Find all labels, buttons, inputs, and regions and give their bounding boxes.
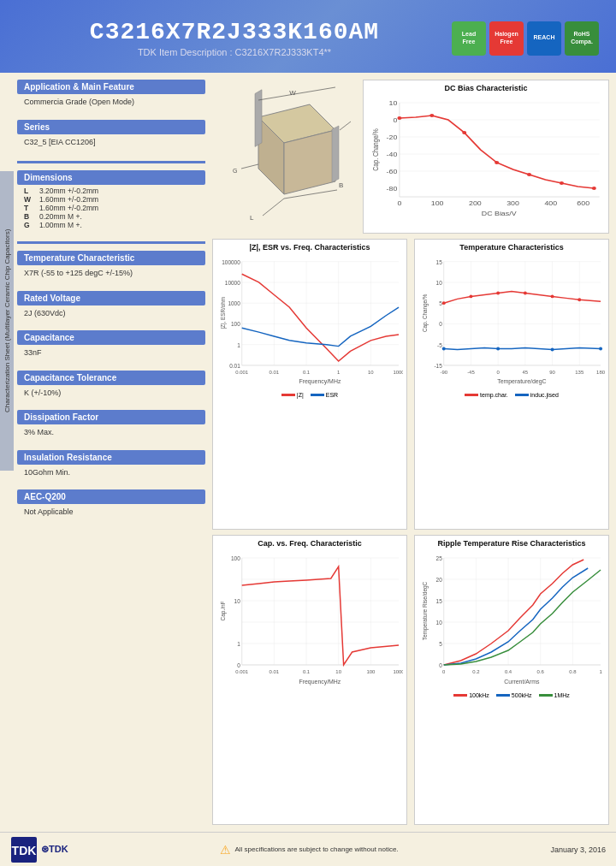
svg-text:-5: -5 bbox=[437, 342, 442, 348]
svg-point-34 bbox=[397, 116, 401, 120]
header-title-area: C3216X7R2J333K160AM TDK Item Description… bbox=[17, 19, 452, 57]
svg-text:0: 0 bbox=[442, 668, 446, 673]
legend-z-label: |Z| bbox=[297, 392, 304, 398]
dim-value-T: 1.60mm +/-0.2mm bbox=[39, 204, 98, 212]
ripple-temp-title: Ripple Temperature Rise Characteristics bbox=[418, 539, 605, 548]
svg-point-40 bbox=[592, 187, 596, 190]
svg-point-38 bbox=[527, 173, 531, 176]
main-content: Application & Main Feature Commercia Gra… bbox=[0, 73, 616, 832]
svg-line-9 bbox=[263, 199, 284, 216]
cap-freq-chart: Cap. vs. Freq. Characteristic bbox=[212, 535, 407, 826]
ripple-temp-svg: 25 20 15 10 5 0 0 0.2 0.4 0.6 0.8 1 bbox=[418, 549, 605, 691]
cap-freq-title: Cap. vs. Freq. Characteristic bbox=[216, 539, 403, 548]
svg-point-99 bbox=[551, 294, 554, 298]
dimensions-header: Dimensions bbox=[17, 170, 205, 185]
svg-text:90: 90 bbox=[549, 370, 555, 375]
rated-voltage-header: Rated Voltage bbox=[17, 291, 205, 305]
legend-induc-label: induc.jised bbox=[530, 392, 559, 398]
dim-label-B: B bbox=[24, 212, 34, 221]
svg-text:600: 600 bbox=[577, 200, 589, 207]
svg-text:0: 0 bbox=[237, 661, 240, 667]
row-2: |Z|, ESR vs. Freq. Characteristics bbox=[212, 239, 609, 530]
legend-100k-label: 100kHz bbox=[469, 692, 489, 698]
impedance-title: |Z|, ESR vs. Freq. Characteristics bbox=[216, 243, 403, 252]
svg-text:0.4: 0.4 bbox=[505, 668, 512, 673]
row-1: W T L B G DC Bias Characteristic bbox=[212, 80, 609, 234]
svg-text:0.01: 0.01 bbox=[229, 363, 240, 369]
dim-value-W: 1.60mm +/-0.2mm bbox=[39, 195, 98, 204]
svg-point-96 bbox=[469, 294, 472, 298]
dissipation-content: 3% Max. bbox=[17, 424, 205, 442]
temperature-legend: temp.char. induc.jised bbox=[418, 392, 605, 398]
dim-value-L: 3.20mm +/-0.2mm bbox=[39, 187, 98, 195]
svg-text:0: 0 bbox=[439, 661, 442, 667]
legend-temp-color bbox=[465, 394, 478, 396]
legend-temp: temp.char. bbox=[465, 392, 508, 398]
cap-tolerance-block: Capacitance Tolerance K (+/-10%) bbox=[17, 371, 205, 402]
ripple-legend: 100kHz 500kHz 1MHz bbox=[418, 692, 605, 698]
svg-text:45: 45 bbox=[523, 370, 529, 375]
dim-row-T: T 1.60mm +/-0.2mm bbox=[24, 204, 198, 212]
legend-temp-label: temp.char. bbox=[480, 392, 508, 398]
svg-point-36 bbox=[462, 131, 466, 134]
cap-tolerance-content: K (+/-10%) bbox=[17, 385, 205, 402]
capacitance-content: 33nF bbox=[17, 345, 205, 362]
svg-text:1: 1 bbox=[337, 370, 340, 375]
svg-text:5: 5 bbox=[439, 640, 442, 646]
svg-point-100 bbox=[578, 298, 581, 301]
side-label: Characterization Sheet (Multilayer Ceram… bbox=[0, 171, 14, 471]
series-block: Series C32_5 [EIA CC1206] bbox=[17, 120, 205, 151]
svg-point-101 bbox=[442, 347, 446, 351]
svg-text:-80: -80 bbox=[387, 186, 398, 193]
capacitance-header: Capacitance bbox=[17, 330, 205, 345]
svg-text:100: 100 bbox=[431, 200, 444, 207]
legend-z: |Z| bbox=[281, 392, 304, 398]
svg-text:0: 0 bbox=[397, 200, 402, 207]
legend-z-color bbox=[281, 394, 295, 396]
svg-text:1: 1 bbox=[237, 342, 240, 348]
dissipation-header: Dissipation Factor bbox=[17, 410, 205, 424]
rohs-badge: RoHSCompa. bbox=[565, 21, 599, 56]
compliance-badges: LeadFree HalogenFree REACH RoHSCompa. bbox=[452, 21, 599, 56]
temp-char-block: Temperature Characteristic X7R (-55 to +… bbox=[17, 251, 205, 282]
footer: TDK ⊛TDK ⚠ All specifications are subjec… bbox=[0, 832, 616, 866]
dim-label-T: T bbox=[24, 204, 34, 212]
tdk-text: ⊛TDK bbox=[41, 844, 68, 855]
application-header: Application & Main Feature bbox=[17, 80, 205, 94]
rated-voltage-block: Rated Voltage 2J (630Vdc) bbox=[17, 291, 205, 323]
svg-text:5: 5 bbox=[439, 300, 442, 306]
svg-text:Cap. Change/%: Cap. Change/% bbox=[371, 128, 380, 170]
tdk-logo: TDK ⊛TDK bbox=[10, 836, 68, 863]
legend-500k-color bbox=[496, 694, 510, 697]
impedance-legend: |Z| ESR bbox=[216, 392, 403, 398]
svg-text:300: 300 bbox=[506, 200, 519, 207]
svg-text:100: 100 bbox=[366, 668, 376, 673]
svg-text:100: 100 bbox=[231, 321, 240, 327]
insulation-block: Insulation Resistance 10Gohm Min. bbox=[17, 450, 205, 482]
svg-text:1: 1 bbox=[237, 640, 240, 646]
impedance-svg: 100000 10000 1000 100 1 0.01 0.001 0.01 … bbox=[216, 253, 403, 390]
svg-line-7 bbox=[340, 122, 351, 130]
aec-content: Not Applicable bbox=[17, 504, 205, 521]
legend-induc-color bbox=[515, 394, 529, 396]
svg-text:180: 180 bbox=[596, 370, 605, 375]
capacitance-block: Capacitance 33nF bbox=[17, 330, 205, 362]
insulation-content: 10Gohm Min. bbox=[17, 465, 205, 482]
application-block: Application & Main Feature Commercia Gra… bbox=[17, 80, 205, 111]
svg-text:-60: -60 bbox=[387, 169, 398, 175]
svg-line-14 bbox=[241, 164, 258, 169]
dim-label-W: W bbox=[24, 195, 34, 204]
svg-text:Current/Arms: Current/Arms bbox=[504, 678, 540, 684]
svg-text:Frequency/MHz: Frequency/MHz bbox=[299, 378, 341, 385]
series-header: Series bbox=[17, 120, 205, 134]
ripple-temp-chart: Ripple Temperature Rise Characteristics bbox=[414, 535, 609, 826]
svg-text:0.1: 0.1 bbox=[303, 370, 310, 375]
svg-point-103 bbox=[551, 348, 554, 352]
insulation-header: Insulation Resistance bbox=[17, 450, 205, 465]
svg-text:100000: 100000 bbox=[222, 259, 240, 265]
dim-label-L: L bbox=[24, 187, 34, 195]
application-content: Commercia Grade (Open Mode) bbox=[17, 94, 205, 111]
svg-text:0.6: 0.6 bbox=[537, 668, 545, 673]
svg-text:Temperature/degC: Temperature/degC bbox=[497, 378, 546, 385]
footer-notice: ⚠ All specifications are subject to chan… bbox=[220, 843, 398, 857]
